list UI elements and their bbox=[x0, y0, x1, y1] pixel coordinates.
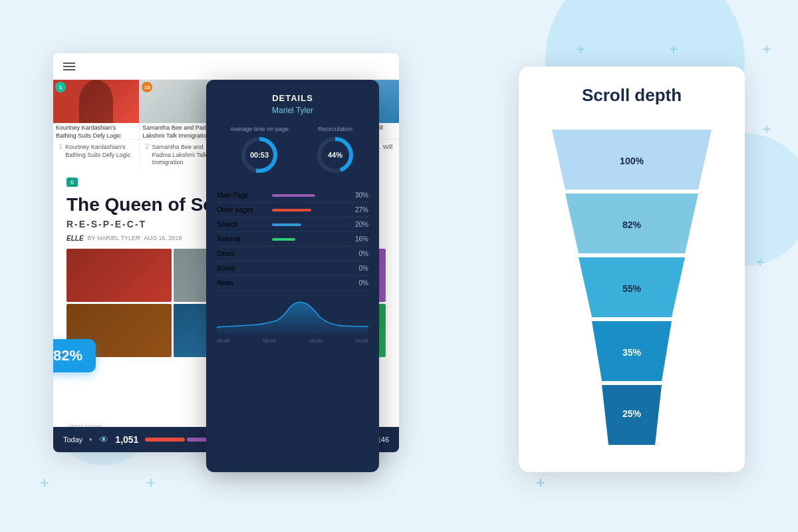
traffic-bar-search-container bbox=[272, 223, 344, 226]
traffic-source-social: Social bbox=[217, 265, 267, 272]
traffic-row-direct: Direct 0% bbox=[217, 247, 368, 261]
chart-label-24: 24:00 bbox=[355, 338, 368, 344]
chart-time-labels: 00:00 08:00 16:00 24:00 bbox=[217, 338, 368, 344]
traffic-source-direct: Direct bbox=[217, 250, 267, 257]
bar-red bbox=[145, 438, 185, 442]
traffic-row-news: News 0% bbox=[217, 276, 368, 291]
traffic-source-main: Main Page bbox=[217, 192, 267, 199]
hamburger-line-2 bbox=[63, 66, 75, 67]
plus-icon-1: + bbox=[762, 40, 771, 59]
traffic-bar-news-container bbox=[272, 282, 344, 285]
traffic-bar-main-container bbox=[272, 194, 344, 197]
details-author: Mariel Tyler bbox=[217, 106, 368, 115]
eye-icon: 👁 bbox=[99, 434, 108, 445]
thumb-label-1: Kourtney Kardashian's Bathing Suits Defy… bbox=[53, 123, 139, 139]
hamburger-line-3 bbox=[63, 69, 75, 70]
traffic-bar-other-container bbox=[272, 209, 344, 211]
traffic-source-other: Other pages bbox=[217, 206, 267, 213]
views-count: 1,051 bbox=[115, 434, 138, 445]
recirculation-label: Recirculation bbox=[318, 126, 352, 132]
traffic-table: Main Page 30% Other pages 27% Search 20% bbox=[217, 188, 368, 291]
dropdown-arrow-icon[interactable]: ▾ bbox=[89, 436, 92, 443]
article-img-1 bbox=[66, 249, 172, 302]
website-header bbox=[53, 53, 399, 80]
traffic-row-search: Search 20% bbox=[217, 217, 368, 232]
recirculation-donut: 44% bbox=[315, 135, 355, 175]
article-badge: 6 bbox=[66, 178, 78, 187]
details-panel-title: DETAILS bbox=[217, 93, 368, 103]
traffic-bar-other bbox=[272, 209, 311, 211]
traffic-bar-referral bbox=[272, 238, 295, 241]
traffic-row-other: Other pages 27% bbox=[217, 203, 368, 217]
traffic-bar-search bbox=[272, 223, 301, 226]
elle-logo: ELLE bbox=[66, 235, 84, 242]
chart-label-8: 08:00 bbox=[263, 338, 276, 344]
article-num-1: 1 Kourtney Kardashian's Bathing Suits De… bbox=[53, 142, 140, 167]
traffic-source-referral: Referral bbox=[217, 235, 267, 243]
funnel-container: 100% 82% 55% 35% 25% bbox=[537, 122, 726, 456]
avg-time-donut: 00:53 bbox=[239, 135, 279, 175]
badge-1: 1 bbox=[55, 82, 66, 92]
avg-time-metric: Average time on page 00:53 bbox=[230, 126, 289, 175]
plus-icon-5: + bbox=[40, 473, 49, 492]
badge-82-percent: 82% bbox=[53, 339, 96, 372]
funnel-pct-100: 100% bbox=[620, 156, 644, 166]
article-date: AUG 16, 2018 bbox=[144, 235, 182, 241]
funnel-pct-25: 25% bbox=[622, 408, 642, 419]
hamburger-line-1 bbox=[63, 63, 75, 64]
traffic-bar-social-container bbox=[272, 267, 344, 270]
funnel-pct-55: 55% bbox=[622, 283, 642, 294]
scroll-depth-panel: Scroll depth 100% 82% 55% 35% 25% bbox=[519, 66, 745, 472]
traffic-pct-direct: 0% bbox=[350, 250, 368, 257]
metrics-row: Average time on page 00:53 Recirculation bbox=[217, 126, 368, 175]
plus-icon-4: + bbox=[762, 120, 771, 138]
traffic-bar-main bbox=[272, 194, 315, 197]
traffic-source-search: Search bbox=[217, 221, 267, 228]
avg-time-value: 00:53 bbox=[250, 151, 269, 159]
scroll-depth-title: Scroll depth bbox=[537, 85, 726, 106]
traffic-pct-news: 0% bbox=[350, 279, 368, 287]
chart-label-16: 16:00 bbox=[309, 338, 323, 344]
traffic-row-social: Social 0% bbox=[217, 261, 368, 276]
traffic-pct-referral: 16% bbox=[350, 235, 368, 243]
traffic-source-news: News bbox=[217, 279, 267, 287]
chart-label-0: 00:00 bbox=[217, 338, 230, 344]
funnel-pct-35: 35% bbox=[622, 347, 642, 358]
traffic-pct-other: 27% bbox=[350, 206, 368, 213]
today-label[interactable]: Today bbox=[63, 436, 82, 444]
details-panel: DETAILS Mariel Tyler Average time on pag… bbox=[206, 80, 379, 472]
traffic-pct-search: 20% bbox=[350, 221, 368, 228]
funnel-pct-82: 82% bbox=[622, 219, 642, 230]
article-author: BY MARIEL TYLER bbox=[88, 235, 140, 241]
thumbnail-1[interactable]: 1 Kourtney Kardashian's Bathing Suits De… bbox=[53, 80, 140, 139]
traffic-bar-direct-container bbox=[272, 253, 344, 255]
traffic-row-referral: Referral 16% bbox=[217, 232, 368, 247]
hamburger-menu[interactable] bbox=[63, 63, 75, 70]
avg-time-label: Average time on page bbox=[230, 126, 289, 132]
traffic-pct-main: 30% bbox=[350, 192, 368, 199]
recirculation-metric: Recirculation 44% bbox=[315, 126, 355, 175]
traffic-pct-social: 0% bbox=[350, 265, 368, 272]
mini-chart: 00:00 08:00 16:00 24:00 bbox=[217, 297, 368, 337]
recirculation-value: 44% bbox=[328, 151, 342, 159]
chart-area bbox=[217, 302, 368, 334]
plus-icon-8: + bbox=[755, 253, 765, 271]
traffic-bar-referral-container bbox=[272, 238, 344, 241]
main-layout: 1 Kourtney Kardashian's Bathing Suits De… bbox=[53, 53, 745, 492]
traffic-row-main: Main Page 30% bbox=[217, 188, 368, 203]
funnel-svg: 100% 82% 55% 35% 25% bbox=[545, 130, 718, 449]
